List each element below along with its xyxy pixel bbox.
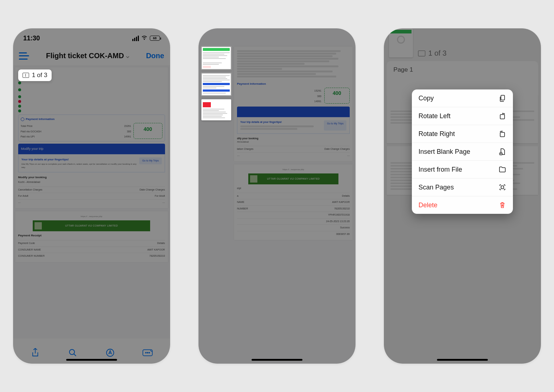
menu-copy[interactable]: Copy (412, 89, 513, 107)
menu-scan-pages[interactable]: Scan Pages (412, 179, 513, 196)
menu-rotate-right-label: Rotate Right (418, 130, 455, 138)
menu-rotate-right[interactable]: Rotate Right (412, 125, 513, 143)
menu-insert-file[interactable]: Insert from File (412, 161, 513, 179)
phone-screenshot-1: 11:30 68 Flight ticket COK-AMD ⌵ Done 1 … (13, 28, 170, 364)
svg-rect-7 (500, 115, 505, 119)
menu-scan-label: Scan Pages (418, 184, 454, 191)
thumbnail-page-1[interactable] (201, 47, 231, 69)
thumbnail-page-2[interactable] (201, 73, 231, 96)
menu-insert-blank[interactable]: Insert Blank Page (412, 143, 513, 161)
thumbnail-sidebar[interactable] (201, 47, 231, 120)
svg-rect-10 (501, 186, 504, 189)
copy-icon (498, 94, 506, 102)
menu-delete[interactable]: Delete (412, 196, 513, 214)
menu-delete-label: Delete (418, 201, 437, 209)
page-indicator-badge[interactable]: 1 of 3 (18, 69, 52, 81)
svg-rect-8 (500, 132, 505, 137)
page-context-menu: Copy Rotate Left Rotate Right Insert Bla… (412, 89, 513, 214)
menu-copy-label: Copy (418, 95, 434, 102)
phone-screenshot-3: 1 of 3 Page 1 https://...response.php Co… (384, 28, 541, 364)
home-indicator-3 (437, 359, 488, 361)
insert-blank-icon (498, 148, 506, 156)
home-indicator-2 (252, 359, 302, 361)
svg-rect-6 (501, 95, 505, 100)
home-indicator (66, 359, 117, 361)
trash-icon (498, 201, 506, 209)
menu-rotate-left[interactable]: Rotate Left (412, 107, 513, 125)
rotate-left-icon (498, 112, 506, 120)
thumbnail-page-3[interactable] (201, 99, 231, 120)
page-indicator-text: 1 of 3 (32, 72, 48, 79)
menu-insert-blank-label: Insert Blank Page (418, 148, 470, 156)
phone-screenshot-2: Payment Information 15291 300 14991 400 … (198, 28, 356, 364)
menu-rotate-left-label: Rotate Left (418, 112, 450, 120)
menu-insert-file-label: Insert from File (418, 166, 462, 173)
scan-icon (498, 183, 506, 191)
thumbnails-icon (23, 73, 29, 78)
rotate-right-icon (498, 130, 506, 138)
folder-icon (498, 165, 506, 173)
